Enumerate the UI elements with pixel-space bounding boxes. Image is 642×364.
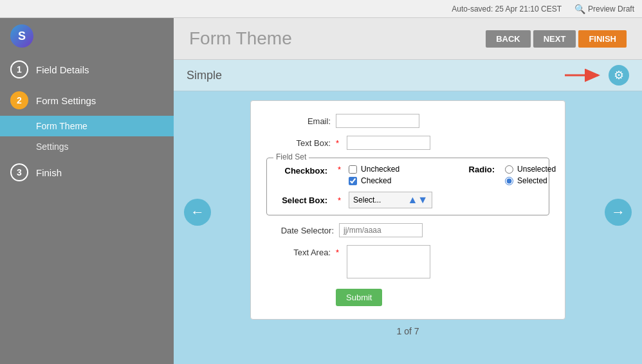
back-button[interactable]: BACK xyxy=(486,30,531,48)
step2-label: Form Settings xyxy=(36,95,96,106)
date-row: Date Selector: xyxy=(266,223,549,237)
select-box-row: Select Box: * Select... ▲▼ xyxy=(275,192,541,208)
step3-label: Finish xyxy=(36,167,62,178)
page-indicator: 1 of 7 xyxy=(396,326,419,336)
preview-draft-link[interactable]: 🔍 Preview Draft xyxy=(574,4,634,14)
checkbox-unchecked[interactable] xyxy=(349,165,357,174)
step3-number: 3 xyxy=(10,163,28,181)
sidebar-subitem-settings[interactable]: Settings xyxy=(0,136,174,157)
finish-button[interactable]: FINISH xyxy=(578,30,627,48)
submit-row: Submit xyxy=(266,286,549,306)
magnifier-icon: 🔍 xyxy=(574,4,585,14)
email-input[interactable] xyxy=(336,114,419,128)
select-required: * xyxy=(338,196,341,205)
sidebar-item-step3[interactable]: 3 Finish xyxy=(0,157,174,188)
textbox-input[interactable] xyxy=(347,136,430,150)
sidebar: S 1 Field Details 2 Form Settings Form T… xyxy=(0,18,174,364)
radio-selected-row: Selected xyxy=(505,176,556,185)
email-label: Email: xyxy=(266,116,331,126)
checkbox-section: Checkbox: * Unchecked Checked xyxy=(275,165,464,185)
checkbox-options: Unchecked Checked xyxy=(349,165,464,185)
checkbox-checked[interactable] xyxy=(349,177,357,185)
sidebar-subitem-form-theme[interactable]: Form Theme xyxy=(0,116,174,136)
red-arrow-icon xyxy=(564,66,609,84)
page-title: Form Theme xyxy=(189,28,292,49)
logo-char: S xyxy=(18,30,26,43)
autosaved-text: Auto-saved: 25 Apr 21:10 CEST xyxy=(452,5,562,14)
radio-options: Unselected Selected xyxy=(505,165,556,185)
sidebar-item-step2[interactable]: 2 Form Settings xyxy=(0,85,174,116)
checkbox-checked-row: Checked xyxy=(349,176,464,185)
preview-theme-label: Simple xyxy=(187,69,222,82)
gear-arrow-group: ⚙ xyxy=(564,65,629,86)
top-bar: Auto-saved: 25 Apr 21:10 CEST 🔍 Preview … xyxy=(0,0,642,18)
checkbox-unchecked-row: Unchecked xyxy=(349,165,464,174)
textarea-label: Text Area: xyxy=(266,245,331,257)
step1-label: Field Details xyxy=(36,64,89,75)
unselected-label: Unselected xyxy=(517,165,556,174)
next-button[interactable]: NEXT xyxy=(533,30,576,48)
select-box-label: Select Box: xyxy=(275,196,333,205)
header-buttons: BACK NEXT FINISH xyxy=(486,30,627,48)
textbox-label: Text Box: xyxy=(266,138,331,148)
checkbox-section-label: Checkbox: xyxy=(275,165,333,176)
radio-unselected-row: Unselected xyxy=(505,165,556,174)
date-label: Date Selector: xyxy=(266,226,334,235)
selected-label: Selected xyxy=(517,176,547,185)
step2-number: 2 xyxy=(10,91,28,109)
content-area: Form Theme BACK NEXT FINISH Simple xyxy=(174,18,642,364)
step1-number: 1 xyxy=(10,60,28,78)
preview-area: Simple ⚙ ← xyxy=(174,60,642,364)
email-row: Email: xyxy=(266,114,549,128)
preview-header-bar: Simple ⚙ xyxy=(174,60,642,91)
nav-arrow-left-button[interactable]: ← xyxy=(184,199,211,226)
logo-icon: S xyxy=(10,24,33,48)
checkbox-required: * xyxy=(338,165,341,174)
sidebar-logo: S xyxy=(0,24,174,54)
checked-label: Checked xyxy=(361,176,391,185)
textbox-required: * xyxy=(336,138,339,148)
submit-button[interactable]: Submit xyxy=(336,289,382,306)
select-dropdown[interactable]: Select... ▲▼ xyxy=(349,192,432,208)
content-header: Form Theme BACK NEXT FINISH xyxy=(174,18,642,60)
sidebar-item-step1[interactable]: 1 Field Details xyxy=(0,54,174,85)
nav-arrow-right-button[interactable]: → xyxy=(605,199,632,226)
field-set: Field Set Checkbox: * Unchecked xyxy=(266,158,549,215)
radio-section-label: Radio: xyxy=(464,165,500,174)
radio-unselected[interactable] xyxy=(505,165,513,174)
unchecked-label: Unchecked xyxy=(361,165,399,174)
fieldset-inner: Checkbox: * Unchecked Checked xyxy=(275,165,541,185)
textarea-row: Text Area: * xyxy=(266,245,549,278)
date-input[interactable] xyxy=(339,223,423,237)
form-card: Email: Text Box: * Field Set Checkbox: xyxy=(250,100,565,320)
radio-selected[interactable] xyxy=(505,177,513,185)
select-arrow-icon: ▲▼ xyxy=(407,194,428,206)
select-placeholder: Select... xyxy=(353,196,381,205)
textarea-required: * xyxy=(336,245,339,257)
textarea-input[interactable] xyxy=(347,245,430,278)
preview-draft-label: Preview Draft xyxy=(588,5,634,14)
gear-icon[interactable]: ⚙ xyxy=(609,65,629,86)
textbox-row: Text Box: * xyxy=(266,136,549,150)
main-layout: S 1 Field Details 2 Form Settings Form T… xyxy=(0,18,642,364)
radio-section: Radio: Unselected Selected xyxy=(464,165,556,185)
fieldset-legend: Field Set xyxy=(273,152,309,161)
